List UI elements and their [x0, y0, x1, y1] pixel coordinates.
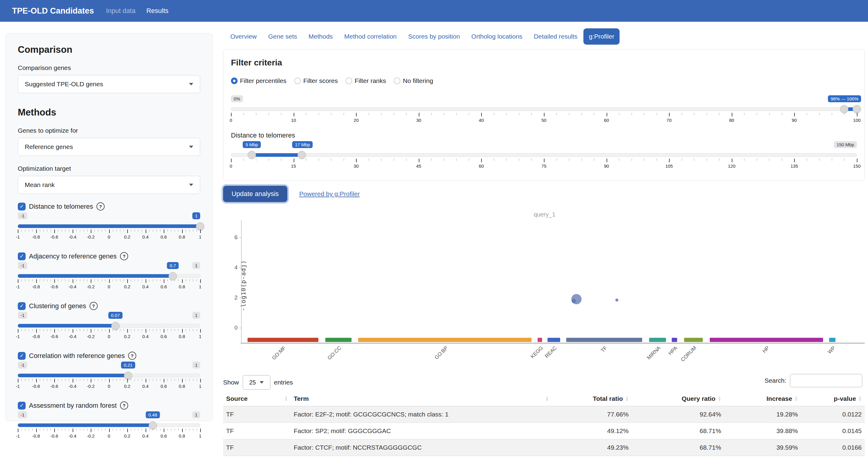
powered-by-gprofiler-link[interactable]: Powered by g:Profiler	[299, 190, 360, 197]
sort-arrows-icon[interactable]: ▲▼	[284, 396, 288, 401]
sort-arrows-icon[interactable]: ▲▼	[718, 396, 721, 401]
search-input[interactable]	[790, 374, 862, 387]
sort-arrows-icon[interactable]: ▲▼	[858, 396, 862, 401]
tick-label: 60	[479, 163, 484, 169]
table-row[interactable]: TFFactor: SP2; motif: GGGCGGGAC49.12%68.…	[223, 423, 865, 439]
data-point[interactable]	[615, 299, 618, 302]
column-header-label: Term	[293, 395, 309, 402]
tick-label: 60	[604, 118, 609, 123]
tick-mark	[84, 230, 84, 232]
tick-label: 15	[291, 163, 296, 169]
percentile-low-handle[interactable]	[840, 105, 848, 113]
column-header-increase[interactable]: Increase▲▼	[724, 392, 801, 406]
optimize-select[interactable]: Reference genes	[18, 138, 200, 156]
tick-mark	[73, 329, 73, 333]
comparison-genes-select[interactable]: Suggested TPE-OLD genes	[18, 75, 200, 93]
tick-mark	[406, 113, 406, 115]
radio-button-icon[interactable]	[294, 78, 301, 84]
tick-mark	[80, 329, 80, 331]
tick-mark	[544, 113, 545, 116]
tick-mark	[156, 329, 157, 331]
tick-label: -0.6	[50, 433, 58, 438]
radio-filter-ranks[interactable]: Filter ranks	[345, 77, 386, 85]
tick-mark	[36, 230, 37, 233]
update-analysis-button[interactable]: Update analysis	[223, 186, 287, 202]
tab-gene-sets[interactable]: Gene sets	[263, 28, 303, 44]
column-header-p-value[interactable]: p-value▲▼	[801, 392, 865, 406]
target-select[interactable]: Mean rank	[18, 176, 200, 194]
radio-no-filtering[interactable]: No filtering	[394, 77, 433, 85]
tick-mark	[319, 159, 319, 161]
sort-arrows-icon[interactable]: ▲▼	[546, 396, 549, 401]
tick-mark	[469, 113, 469, 115]
page-length-select[interactable]: 25	[243, 375, 271, 390]
tick-mark	[569, 113, 569, 115]
tick-mark	[18, 230, 19, 233]
tick-label: -0.2	[87, 234, 95, 240]
column-header-query-ratio[interactable]: Query ratio▲▼	[632, 392, 724, 406]
tick-mark	[18, 279, 19, 283]
tick-mark	[244, 113, 244, 115]
radio-button-icon[interactable]	[231, 78, 238, 84]
checkbox-checked-icon[interactable]: ✓	[18, 402, 26, 409]
checkbox-checked-icon[interactable]: ✓	[18, 252, 26, 260]
radio-button-icon[interactable]	[345, 78, 352, 84]
distance-slider-track[interactable]	[231, 153, 857, 157]
help-icon[interactable]: ?	[120, 252, 128, 260]
checkbox-checked-icon[interactable]: ✓	[18, 203, 26, 211]
tick-mark	[519, 113, 519, 115]
tick-mark	[116, 279, 117, 281]
sort-arrows-icon[interactable]: ▲▼	[795, 396, 798, 401]
table-row[interactable]: TFFactor: CTCF; motif: NCCRSTAGGGGGCGC49…	[223, 439, 865, 456]
distance-high-badge: 17 Mbp	[292, 141, 313, 148]
help-icon[interactable]: ?	[90, 302, 98, 310]
tick-label: 0.4	[142, 234, 149, 240]
radio-filter-scores[interactable]: Filter scores	[294, 77, 338, 85]
slider-min-badge: -1	[18, 262, 27, 269]
tick-mark	[127, 429, 128, 432]
tick-mark	[138, 379, 138, 381]
radio-button-icon[interactable]	[394, 78, 400, 84]
distance-low-handle[interactable]	[248, 151, 256, 159]
tick-mark	[732, 159, 732, 162]
percentile-slider-track[interactable]	[231, 108, 857, 111]
column-header-total-ratio[interactable]: Total ratio▲▼	[552, 392, 632, 406]
table-row[interactable]: TFFactor: E2F-2; motif: GCGCGCGCNCS; mat…	[223, 406, 865, 423]
tab-g-profiler[interactable]: g:Profiler	[583, 28, 620, 44]
slider-fill	[18, 423, 153, 427]
tick-label: 0	[107, 384, 110, 389]
slider-min-badge: -1	[18, 362, 27, 369]
radio-filter-percentiles[interactable]: Filter percentiles	[231, 77, 286, 85]
tick-mark	[113, 230, 113, 232]
column-header-source[interactable]: Source▲▼	[223, 392, 291, 406]
tick-label: -1	[16, 384, 20, 389]
checkbox-checked-icon[interactable]: ✓	[18, 352, 26, 360]
table-cell: 49.12%	[552, 423, 632, 439]
tab-methods[interactable]: Methods	[303, 28, 338, 44]
tab-method-correlation[interactable]: Method correlation	[339, 28, 402, 44]
tick-mark	[494, 113, 494, 115]
tick-label: -0.4	[69, 334, 76, 339]
tab-detailed-results[interactable]: Detailed results	[529, 28, 583, 44]
tick-mark	[164, 329, 164, 333]
tick-label: 0.6	[161, 234, 167, 240]
tick-mark	[369, 113, 369, 115]
help-icon[interactable]: ?	[120, 401, 128, 409]
nav-item-results[interactable]: Results	[146, 7, 168, 15]
tick-mark	[694, 113, 694, 115]
tab-ortholog-locations[interactable]: Ortholog locations	[466, 28, 528, 44]
percentile-high-handle[interactable]	[852, 105, 861, 113]
help-icon[interactable]: ?	[128, 351, 136, 360]
distance-high-handle[interactable]	[298, 151, 306, 159]
nav-item-input-data[interactable]: Input data	[106, 7, 136, 15]
help-icon[interactable]: ?	[96, 202, 104, 211]
tick-mark	[331, 113, 331, 115]
tick-mark	[189, 429, 190, 431]
checkbox-checked-icon[interactable]: ✓	[18, 302, 26, 310]
tab-scores-by-position[interactable]: Scores by position	[403, 28, 466, 44]
tick-mark	[76, 230, 76, 232]
tick-label: 150	[853, 163, 861, 169]
column-header-term[interactable]: Term▲▼	[291, 392, 552, 406]
sort-arrows-icon[interactable]: ▲▼	[625, 396, 629, 401]
tab-overview[interactable]: Overview	[225, 28, 262, 44]
